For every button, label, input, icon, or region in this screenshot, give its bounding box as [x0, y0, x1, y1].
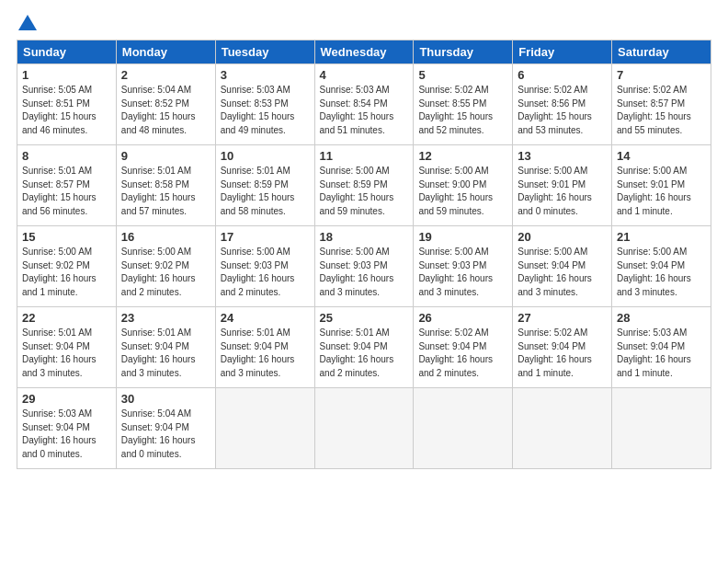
calendar-day-cell: 29Sunrise: 5:03 AMSunset: 9:04 PMDayligh… [17, 388, 117, 469]
calendar-day-cell: 20Sunrise: 5:00 AMSunset: 9:04 PMDayligh… [513, 226, 612, 307]
calendar-day-cell: 19Sunrise: 5:00 AMSunset: 9:03 PMDayligh… [414, 226, 513, 307]
calendar-day-cell [215, 388, 314, 469]
day-number: 12 [418, 149, 507, 163]
calendar-day-header: Wednesday [314, 40, 414, 64]
day-number: 5 [418, 68, 507, 82]
calendar: SundayMondayTuesdayWednesdayThursdayFrid… [17, 40, 711, 469]
calendar-day-cell [314, 388, 414, 469]
calendar-day-cell [513, 388, 612, 469]
calendar-day-cell: 17Sunrise: 5:00 AMSunset: 9:03 PMDayligh… [215, 226, 314, 307]
day-info: Sunrise: 5:00 AMSunset: 9:02 PMDaylight:… [121, 246, 210, 299]
day-info: Sunrise: 5:02 AMSunset: 9:04 PMDaylight:… [418, 327, 507, 380]
day-number: 16 [121, 230, 210, 244]
day-info: Sunrise: 5:05 AMSunset: 8:51 PMDaylight:… [22, 84, 111, 137]
day-number: 9 [121, 149, 210, 163]
day-info: Sunrise: 5:03 AMSunset: 8:53 PMDaylight:… [221, 84, 310, 137]
day-number: 30 [121, 392, 210, 406]
calendar-day-cell: 27Sunrise: 5:02 AMSunset: 9:04 PMDayligh… [513, 307, 612, 388]
calendar-day-header: Tuesday [215, 40, 314, 64]
calendar-header-row: SundayMondayTuesdayWednesdayThursdayFrid… [17, 40, 711, 64]
day-number: 17 [221, 230, 310, 244]
day-info: Sunrise: 5:03 AMSunset: 9:04 PMDaylight:… [617, 327, 706, 380]
day-number: 24 [221, 311, 310, 325]
day-number: 23 [121, 311, 210, 325]
calendar-day-cell: 4Sunrise: 5:03 AMSunset: 8:54 PMDaylight… [314, 64, 414, 145]
day-number: 20 [518, 230, 607, 244]
logo [17, 17, 37, 30]
calendar-day-cell: 23Sunrise: 5:01 AMSunset: 9:04 PMDayligh… [116, 307, 215, 388]
calendar-week-row: 8Sunrise: 5:01 AMSunset: 8:57 PMDaylight… [17, 145, 711, 226]
day-number: 27 [518, 311, 607, 325]
calendar-day-cell: 9Sunrise: 5:01 AMSunset: 8:58 PMDaylight… [116, 145, 215, 226]
calendar-day-cell: 14Sunrise: 5:00 AMSunset: 9:01 PMDayligh… [612, 145, 711, 226]
calendar-day-cell: 2Sunrise: 5:04 AMSunset: 8:52 PMDaylight… [116, 64, 215, 145]
day-info: Sunrise: 5:01 AMSunset: 8:58 PMDaylight:… [121, 165, 210, 218]
day-info: Sunrise: 5:02 AMSunset: 8:57 PMDaylight:… [617, 84, 706, 137]
day-number: 19 [418, 230, 507, 244]
day-info: Sunrise: 5:04 AMSunset: 8:52 PMDaylight:… [121, 84, 210, 137]
day-number: 8 [22, 149, 111, 163]
calendar-day-cell: 7Sunrise: 5:02 AMSunset: 8:57 PMDaylight… [612, 64, 711, 145]
day-number: 15 [22, 230, 111, 244]
calendar-day-cell: 12Sunrise: 5:00 AMSunset: 9:00 PMDayligh… [414, 145, 513, 226]
day-number: 10 [221, 149, 310, 163]
day-number: 22 [22, 311, 111, 325]
calendar-day-cell: 15Sunrise: 5:00 AMSunset: 9:02 PMDayligh… [17, 226, 117, 307]
calendar-week-row: 15Sunrise: 5:00 AMSunset: 9:02 PMDayligh… [17, 226, 711, 307]
day-info: Sunrise: 5:00 AMSunset: 9:04 PMDaylight:… [518, 246, 607, 299]
calendar-day-cell: 28Sunrise: 5:03 AMSunset: 9:04 PMDayligh… [612, 307, 711, 388]
day-info: Sunrise: 5:00 AMSunset: 9:01 PMDaylight:… [518, 165, 607, 218]
calendar-day-cell: 1Sunrise: 5:05 AMSunset: 8:51 PMDaylight… [17, 64, 117, 145]
day-number: 3 [221, 68, 310, 82]
day-info: Sunrise: 5:04 AMSunset: 9:04 PMDaylight:… [121, 408, 210, 461]
calendar-day-header: Saturday [612, 40, 711, 64]
calendar-day-header: Monday [116, 40, 215, 64]
day-info: Sunrise: 5:03 AMSunset: 9:04 PMDaylight:… [22, 408, 111, 461]
day-number: 14 [617, 149, 706, 163]
day-number: 6 [518, 68, 607, 82]
calendar-day-cell: 25Sunrise: 5:01 AMSunset: 9:04 PMDayligh… [314, 307, 414, 388]
calendar-day-cell [612, 388, 711, 469]
day-info: Sunrise: 5:00 AMSunset: 9:04 PMDaylight:… [617, 246, 706, 299]
calendar-day-cell: 8Sunrise: 5:01 AMSunset: 8:57 PMDaylight… [17, 145, 117, 226]
day-info: Sunrise: 5:00 AMSunset: 9:02 PMDaylight:… [22, 246, 111, 299]
day-number: 28 [617, 311, 706, 325]
day-number: 18 [320, 230, 409, 244]
day-info: Sunrise: 5:01 AMSunset: 8:59 PMDaylight:… [221, 165, 310, 218]
calendar-day-cell [414, 388, 513, 469]
day-info: Sunrise: 5:00 AMSunset: 9:01 PMDaylight:… [617, 165, 706, 218]
day-number: 21 [617, 230, 706, 244]
calendar-day-cell: 3Sunrise: 5:03 AMSunset: 8:53 PMDaylight… [215, 64, 314, 145]
calendar-day-cell: 18Sunrise: 5:00 AMSunset: 9:03 PMDayligh… [314, 226, 414, 307]
calendar-day-cell: 30Sunrise: 5:04 AMSunset: 9:04 PMDayligh… [116, 388, 215, 469]
day-number: 1 [22, 68, 111, 82]
calendar-day-cell: 16Sunrise: 5:00 AMSunset: 9:02 PMDayligh… [116, 226, 215, 307]
day-info: Sunrise: 5:01 AMSunset: 9:04 PMDaylight:… [22, 327, 111, 380]
day-number: 11 [320, 149, 409, 163]
day-number: 4 [320, 68, 409, 82]
day-info: Sunrise: 5:00 AMSunset: 9:03 PMDaylight:… [221, 246, 310, 299]
day-info: Sunrise: 5:01 AMSunset: 9:04 PMDaylight:… [121, 327, 210, 380]
calendar-week-row: 29Sunrise: 5:03 AMSunset: 9:04 PMDayligh… [17, 388, 711, 469]
day-info: Sunrise: 5:01 AMSunset: 9:04 PMDaylight:… [320, 327, 409, 380]
calendar-day-header: Sunday [17, 40, 117, 64]
day-info: Sunrise: 5:03 AMSunset: 8:54 PMDaylight:… [320, 84, 409, 137]
day-info: Sunrise: 5:02 AMSunset: 8:55 PMDaylight:… [418, 84, 507, 137]
day-number: 26 [418, 311, 507, 325]
day-info: Sunrise: 5:01 AMSunset: 8:57 PMDaylight:… [22, 165, 111, 218]
calendar-week-row: 1Sunrise: 5:05 AMSunset: 8:51 PMDaylight… [17, 64, 711, 145]
calendar-day-cell: 5Sunrise: 5:02 AMSunset: 8:55 PMDaylight… [414, 64, 513, 145]
day-number: 13 [518, 149, 607, 163]
calendar-week-row: 22Sunrise: 5:01 AMSunset: 9:04 PMDayligh… [17, 307, 711, 388]
calendar-day-header: Friday [513, 40, 612, 64]
day-number: 2 [121, 68, 210, 82]
day-number: 7 [617, 68, 706, 82]
calendar-day-cell: 10Sunrise: 5:01 AMSunset: 8:59 PMDayligh… [215, 145, 314, 226]
day-info: Sunrise: 5:00 AMSunset: 8:59 PMDaylight:… [320, 165, 409, 218]
day-number: 25 [320, 311, 409, 325]
day-number: 29 [22, 392, 111, 406]
day-info: Sunrise: 5:02 AMSunset: 8:56 PMDaylight:… [518, 84, 607, 137]
calendar-day-cell: 24Sunrise: 5:01 AMSunset: 9:04 PMDayligh… [215, 307, 314, 388]
day-info: Sunrise: 5:00 AMSunset: 9:00 PMDaylight:… [418, 165, 507, 218]
day-info: Sunrise: 5:01 AMSunset: 9:04 PMDaylight:… [221, 327, 310, 380]
